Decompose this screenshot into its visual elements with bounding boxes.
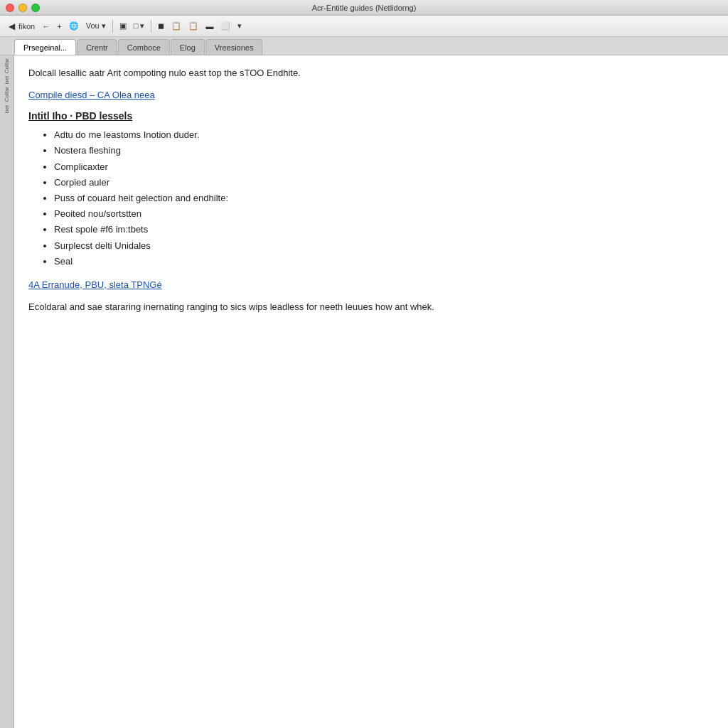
separator-2 xyxy=(151,20,151,33)
toolbar-clip1[interactable]: 📋 xyxy=(168,18,184,34)
list-item-2: Complicaxter xyxy=(54,161,714,173)
sidebar-text-1: Colfar xyxy=(4,58,10,73)
list-item-7: Surplecst delti Unidales xyxy=(54,240,714,252)
list-item-4: Puss of couard heit gelection and endhil… xyxy=(54,192,714,205)
list-item-5: Peoited nou/sortstten xyxy=(54,208,714,220)
sidebar-text-2: bet xyxy=(4,76,10,84)
separator-1 xyxy=(112,20,113,33)
list-item-6: Rest spole #f6 im:tbets xyxy=(54,223,714,236)
close-button[interactable] xyxy=(6,4,14,12)
toolbar-clip2[interactable]: 📋 xyxy=(186,18,201,34)
list-item-0: Adtu do me leastoms Inotion duder. xyxy=(54,129,714,141)
toolbar-back[interactable]: ← xyxy=(39,18,53,34)
list-item-1: Nostera fleshing xyxy=(54,144,714,157)
list-item-3: Corpied auler xyxy=(54,176,714,189)
nav-icon: ◀ xyxy=(6,21,17,32)
sidebar-text-4: bet xyxy=(4,105,10,113)
link-erranude[interactable]: 4A Erranude, PBU, sleta TPNGé xyxy=(28,279,714,290)
toolbar-square[interactable]: ◼ xyxy=(155,18,167,34)
tab-label-3: Elog xyxy=(180,43,196,52)
tab-elog[interactable]: Elog xyxy=(171,39,205,55)
toolbar-grid[interactable]: ▣ xyxy=(117,18,129,34)
tab-bar: Prsegeinal... Crentr Comboce Elog Vreesi… xyxy=(0,37,728,55)
maximize-button[interactable] xyxy=(31,4,40,12)
sidebar: Colfar bet Colfar bet xyxy=(0,55,14,728)
intro-paragraph: Dolcall lesallic aatr Arit compoting nul… xyxy=(28,67,714,80)
tab-label-0: Prsegeinal... xyxy=(23,43,67,52)
main-container: Colfar bet Colfar bet Dolcall lesallic a… xyxy=(0,55,728,728)
toolbar-add[interactable]: + xyxy=(54,18,64,34)
toolbar-globe[interactable]: 🌐 xyxy=(66,18,82,34)
content-area: Dolcall lesallic aatr Arit compoting nul… xyxy=(14,55,728,728)
window-title: Acr-Entitle guides (Netlidorng) xyxy=(312,4,417,12)
section-heading-1: Intitl Iho · PBD lessels xyxy=(28,110,714,122)
minimize-button[interactable] xyxy=(18,4,27,12)
toolbar-box[interactable]: □ ▾ xyxy=(131,18,148,34)
bullet-list: Adtu do me leastoms Inotion duder. Noste… xyxy=(28,129,714,268)
link-compile[interactable]: Compile diesd – CA Olea neea xyxy=(28,90,714,100)
window-controls xyxy=(6,4,40,12)
tab-label-1: Crentr xyxy=(86,43,108,52)
tab-vreesiones[interactable]: Vreesiones xyxy=(205,39,263,55)
toolbar-view[interactable]: Vou ▾ xyxy=(83,18,109,34)
toolbar-dropdown[interactable]: ▾ xyxy=(235,18,245,34)
sidebar-text-3: Colfar xyxy=(4,87,10,102)
closing-paragraph: Ecoldaral and sae stararing inernating r… xyxy=(28,300,714,314)
title-bar: Acr-Entitle guides (Netlidorng) xyxy=(0,0,728,16)
toolbar-fikon-label: fikon xyxy=(18,22,35,31)
tab-label-4: Vreesiones xyxy=(215,43,254,52)
toolbar-fikon[interactable]: ◀ fikon xyxy=(3,18,38,34)
toolbar-line[interactable]: ▬ xyxy=(203,18,216,34)
tab-label-2: Comboce xyxy=(127,43,161,52)
tab-prsegeinal[interactable]: Prsegeinal... xyxy=(14,39,76,55)
toolbar: ◀ fikon ← + 🌐 Vou ▾ ▣ □ ▾ ◼ 📋 📋 ▬ ⬜ ▾ xyxy=(0,16,728,37)
toolbar-rect[interactable]: ⬜ xyxy=(218,18,233,34)
tab-crentr[interactable]: Crentr xyxy=(77,39,117,55)
tab-comboce[interactable]: Comboce xyxy=(118,39,170,55)
list-item-8: Seal xyxy=(54,255,714,268)
